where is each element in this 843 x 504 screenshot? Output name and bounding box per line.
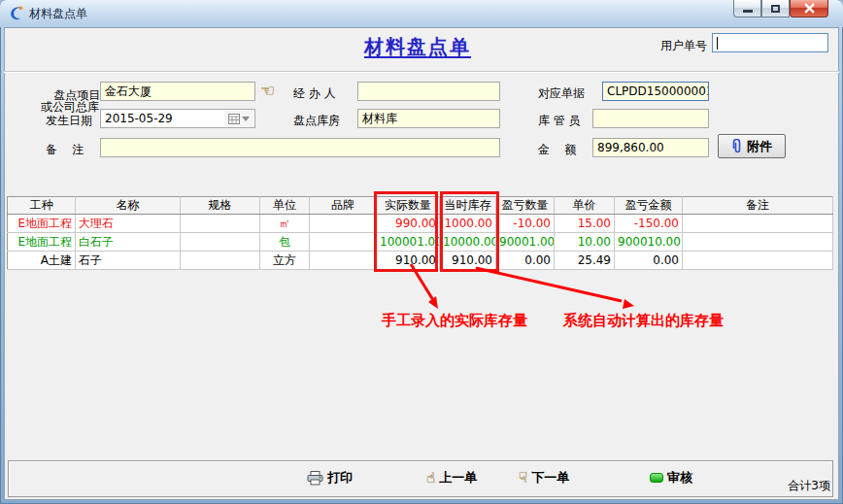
project-input[interactable]: 金石大厦 [100,82,255,101]
cell[interactable]: 90001.00 [496,233,555,252]
header-divider [4,71,839,73]
hand-down-icon: ☟ [519,469,527,487]
close-button[interactable] [790,0,828,17]
print-button[interactable]: 打印 [307,469,353,487]
auto-calc-note: 系统自动计算出的库存量 [563,312,724,330]
warehouse-label: 盘点库房 [293,113,340,129]
cell[interactable]: 900010.00 [615,233,683,252]
col-header[interactable]: 盈亏数量 [496,197,555,215]
cell[interactable]: 100001.00 [377,233,440,252]
attachment-button[interactable]: 附件 [718,134,786,158]
cell[interactable]: E地面工程 [8,215,76,233]
col-header[interactable]: 实际数量 [377,197,440,215]
chevron-down-icon [242,117,250,121]
warehouse-input[interactable]: 材料库 [357,109,500,128]
cell[interactable]: -10.00 [496,215,555,233]
col-header[interactable]: 备注 [683,197,833,215]
user-no-input[interactable] [712,33,828,52]
cell[interactable]: 25.49 [555,252,615,270]
cell[interactable] [683,233,833,252]
agent-input[interactable] [357,82,500,101]
minimize-button[interactable] [733,0,761,17]
cell[interactable]: 990.00 [377,215,440,233]
cell[interactable]: 910.00 [440,252,496,270]
cell[interactable]: 白石子 [76,233,181,252]
doc-label: 对应单据 [538,85,585,102]
cell[interactable] [683,215,833,233]
window-title: 材料盘点单 [29,6,87,22]
date-picker-button[interactable] [224,111,253,126]
agent-label: 经 办 人 [293,85,336,102]
amount-input[interactable]: 899,860.00 [592,138,709,157]
remark-input[interactable] [100,138,500,157]
inventory-table: 工种 名称 规格 单位 品牌 实际数量 当时库存 盈亏数量 单价 盈亏金额 备注… [7,196,833,270]
cell[interactable]: 包 [260,233,310,252]
table-row: A土建 石子 立方 910.00 910.00 0.00 25.49 0.00 [8,252,833,270]
title-bar[interactable]: 材料盘点单 [0,0,843,27]
amount-label: 金 额 [538,142,576,158]
col-header[interactable]: 名称 [76,197,181,215]
cell[interactable]: 10000.00 [440,233,496,252]
cell[interactable]: ㎡ [260,215,310,233]
cell[interactable] [310,215,377,233]
col-header[interactable]: 工种 [8,197,76,215]
previous-order-button[interactable]: ☝ 上一单 [426,469,477,487]
audit-button[interactable]: 审核 [650,469,692,487]
printer-icon [307,471,323,486]
date-label: 发生日期 [46,113,92,129]
paperclip-icon [731,139,742,154]
cell[interactable]: 石子 [76,252,181,270]
lookup-hand-icon[interactable]: ☜ [260,81,275,100]
cell[interactable] [310,252,377,270]
cell[interactable]: 0.00 [496,252,555,270]
cell[interactable] [310,233,377,252]
cell[interactable]: 立方 [260,252,310,270]
minimize-icon [743,10,753,13]
total-count-label: 合计3项 [788,478,830,494]
cell[interactable]: 1000.00 [440,215,496,233]
remark-label: 备 注 [46,142,84,158]
user-no-label: 用户单号 [660,38,707,54]
footer-bar: 打印 ☝ 上一单 ☟ 下一单 审核 合计3项 [8,460,833,497]
maximize-icon [771,5,780,13]
doc-input[interactable]: CLPDD150000001 [602,82,709,101]
app-logo-icon [8,5,24,21]
date-input[interactable]: 2015-05-29 [100,109,255,128]
text-caret [717,37,718,50]
cell[interactable]: 10.00 [555,233,615,252]
next-order-button[interactable]: ☟ 下一单 [519,469,569,487]
hand-up-icon: ☝ [426,469,435,487]
page-title: 材料盘点单 [311,34,524,60]
cell[interactable]: 15.00 [555,215,615,233]
cell[interactable]: A土建 [8,252,76,270]
keeper-label: 库 管 员 [538,113,581,129]
col-header[interactable]: 盈亏金额 [615,197,683,215]
app-window: 材料盘点单 材料盘点单 用户单号 盘点项目或公司总库 金石大厦 ☜ 经 办 人 … [0,0,843,504]
cell[interactable] [181,233,260,252]
col-header[interactable]: 规格 [181,197,260,215]
table-header-row: 工种 名称 规格 单位 品牌 实际数量 当时库存 盈亏数量 单价 盈亏金额 备注 [8,197,833,215]
col-header[interactable]: 品牌 [310,197,377,215]
cell[interactable]: 910.00 [377,252,440,270]
close-icon [804,3,815,14]
table-row: E地面工程 白石子 包 100001.00 10000.00 90001.00 … [8,233,833,252]
cell[interactable]: 0.00 [615,252,683,270]
maximize-button[interactable] [761,0,790,17]
audit-status-icon [650,473,663,483]
cell[interactable] [181,252,260,270]
col-header[interactable]: 当时库存 [440,197,496,215]
col-header[interactable]: 单位 [260,197,310,215]
table-row: E地面工程 大理石 ㎡ 990.00 1000.00 -10.00 15.00 … [8,215,833,233]
keeper-input[interactable] [592,109,709,128]
cell[interactable]: E地面工程 [8,233,76,252]
cell[interactable] [683,252,833,270]
manual-entry-note: 手工录入的实际库存量 [382,312,527,330]
cell[interactable]: -150.00 [615,215,683,233]
cell[interactable] [181,215,260,233]
cell[interactable]: 大理石 [76,215,181,233]
calendar-icon [228,113,240,124]
col-header[interactable]: 单价 [555,197,615,215]
